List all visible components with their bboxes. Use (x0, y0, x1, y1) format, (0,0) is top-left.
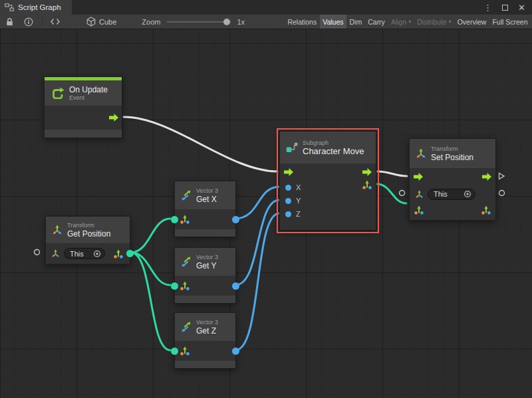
node-get-position[interactable]: Transform Get Position This (45, 216, 130, 264)
vector-input-port[interactable] (171, 216, 178, 223)
node-footer (175, 296, 235, 303)
node-subtitle: Transform (67, 222, 110, 229)
graph-canvas[interactable]: On Update Event Transform Get Position (0, 29, 532, 398)
unconnected-data-output-port[interactable] (498, 189, 505, 197)
subgraph-icon (286, 142, 298, 153)
titlebar: Script Graph ⋮ ✕ (0, 0, 532, 15)
node-body: X Y Z (280, 163, 376, 230)
full-screen-button[interactable]: Full Screen (489, 15, 531, 29)
edit-source-icon[interactable] (51, 18, 60, 25)
dim-button[interactable]: Dim (346, 15, 365, 29)
float-output-port[interactable] (232, 348, 239, 355)
control-input-port[interactable] (414, 173, 423, 181)
transform-type-icon (415, 190, 424, 199)
node-header: Vector 3 Get X (175, 181, 235, 209)
script-graph-icon (5, 3, 14, 11)
wire-gety-to-charactermove-y[interactable] (235, 200, 279, 285)
float-output-port[interactable] (232, 216, 239, 223)
vector-input-port[interactable] (171, 348, 178, 355)
toolbar-separator (42, 17, 43, 26)
wire-getposition-to-gety[interactable] (131, 252, 170, 285)
vector-output-port[interactable] (126, 250, 134, 257)
carry-button[interactable]: Carry (365, 15, 388, 29)
script-graph-window: Script Graph ⋮ ✕ Cube Zoom 1x Relations … (0, 0, 532, 398)
zoom-slider-handle[interactable] (223, 19, 230, 25)
tab-title: Script Graph (18, 3, 61, 11)
control-input-port[interactable] (284, 168, 293, 176)
this-value: This (70, 250, 84, 258)
node-subtitle: Event (69, 94, 108, 102)
tab-script-graph[interactable]: Script Graph (0, 0, 72, 15)
this-value: This (434, 190, 448, 198)
chevron-down-icon: ▾ (408, 19, 411, 25)
object-picker-icon[interactable] (93, 250, 101, 258)
float-output-port[interactable] (232, 282, 239, 290)
on-update-event-icon (51, 87, 65, 99)
node-footer (175, 361, 235, 368)
transform-icon (52, 225, 63, 235)
unconnected-port-setposition-this[interactable] (398, 189, 406, 197)
control-output-port[interactable] (109, 114, 118, 122)
vector3-icon (181, 190, 192, 201)
port-label-x: X (296, 183, 301, 191)
node-body: This (46, 243, 130, 264)
wire-onupdate-to-charactermove[interactable] (124, 117, 277, 171)
data-input-port-x[interactable] (285, 185, 291, 191)
node-get-z[interactable]: Vector 3 Get Z (174, 312, 236, 369)
vector-output-port[interactable] (362, 180, 372, 189)
zoom-slider[interactable] (167, 21, 231, 23)
node-title: Get Y (196, 261, 218, 270)
graph-target-label: Cube (99, 18, 116, 26)
overview-button[interactable]: Overview (454, 15, 489, 29)
node-get-y[interactable]: Vector 3 Get Y (174, 247, 236, 304)
relations-button[interactable]: Relations (285, 15, 320, 29)
transform-type-icon (51, 249, 60, 258)
node-title: On Update (69, 85, 108, 94)
node-header: Transform Set Position (410, 139, 495, 168)
node-on-update-event[interactable]: On Update Event (44, 76, 122, 138)
data-input-port-z[interactable] (285, 211, 291, 217)
this-input-field[interactable]: This (428, 189, 475, 200)
close-icon[interactable]: ✕ (518, 3, 525, 12)
node-subtitle: Vector 3 (196, 254, 218, 261)
control-output-port[interactable] (362, 168, 372, 176)
wire-getposition-to-getx[interactable] (131, 219, 170, 252)
node-set-position[interactable]: Transform Set Position This (409, 138, 496, 221)
node-get-x[interactable]: Vector 3 Get X (174, 181, 236, 237)
node-subtitle: Transform (431, 146, 473, 153)
lock-icon[interactable] (5, 17, 14, 26)
align-button[interactable]: Align▾ (388, 15, 414, 29)
this-input-field[interactable]: This (64, 248, 105, 259)
node-subtitle: Subgraph (303, 140, 364, 147)
node-header: Transform Get Position (46, 217, 130, 243)
node-body: This (410, 168, 495, 220)
info-icon[interactable] (24, 17, 33, 27)
vector-input-port[interactable] (171, 282, 178, 290)
unconnected-port-getposition-this[interactable] (33, 249, 41, 256)
unconnected-control-output-port[interactable] (498, 172, 505, 180)
node-title: Set Position (431, 153, 473, 162)
graph-target-selector[interactable]: Cube (86, 17, 116, 27)
node-header: Vector 3 Get Z (175, 313, 235, 341)
node-header: Subgraph Character Move (280, 132, 376, 163)
node-body (175, 276, 235, 296)
vector-input-port[interactable] (414, 205, 424, 215)
object-picker-icon[interactable] (464, 190, 471, 198)
maximize-icon[interactable] (502, 5, 508, 11)
position-output-port[interactable] (481, 205, 491, 215)
data-input-port-y[interactable] (285, 198, 291, 204)
window-menu-icon[interactable]: ⋮ (483, 3, 492, 12)
node-body (45, 106, 122, 130)
window-controls: ⋮ ✕ (483, 3, 532, 12)
wire-charactermove-to-setposition[interactable] (378, 171, 407, 176)
node-subtitle: Vector 3 (196, 187, 218, 195)
values-button[interactable]: Values (320, 15, 346, 29)
port-label-z: Z (296, 210, 301, 218)
node-footer (45, 130, 122, 138)
control-output-port[interactable] (482, 173, 491, 181)
node-body (175, 209, 235, 229)
node-character-move[interactable]: Subgraph Character Move X Y (279, 131, 376, 231)
position-type-icon (114, 249, 123, 258)
node-subtitle: Vector 3 (196, 319, 218, 326)
distribute-button[interactable]: Distribute▾ (414, 15, 454, 29)
